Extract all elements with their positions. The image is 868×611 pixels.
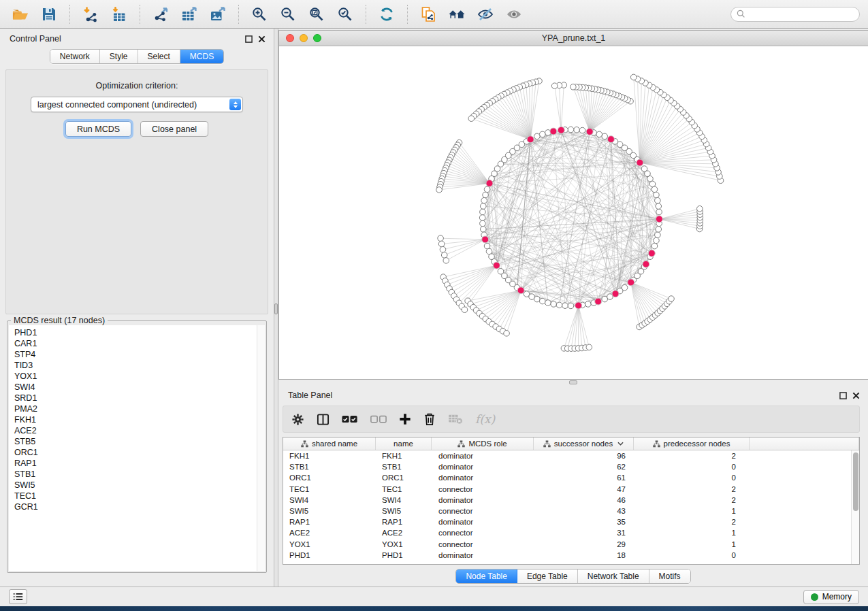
zoom-selected-button[interactable] — [333, 3, 357, 25]
result-item[interactable]: SRD1 — [9, 393, 265, 403]
result-item[interactable]: TID3 — [9, 360, 265, 371]
result-item[interactable]: PHD1 — [9, 325, 265, 338]
show-all-button[interactable] — [502, 3, 526, 25]
table-row[interactable]: FKH1FKH1dominator962 — [283, 450, 851, 461]
settings-button[interactable] — [291, 413, 304, 426]
run-mcds-button[interactable]: Run MCDS — [65, 121, 131, 137]
zoom-out-icon — [280, 6, 296, 22]
window-minimize-icon[interactable] — [300, 34, 308, 42]
table-row[interactable]: STB1STB1dominator620 — [283, 461, 851, 472]
delete-row-button[interactable] — [423, 412, 436, 426]
result-item[interactable]: STP4 — [9, 349, 265, 360]
result-item[interactable]: SWI5 — [9, 480, 265, 491]
columns-button[interactable] — [317, 413, 329, 426]
table-cell: 18 — [534, 551, 634, 559]
tab-network[interactable]: Network — [50, 50, 100, 63]
column-header-name[interactable]: name — [376, 437, 432, 450]
table-tab-edge-table[interactable]: Edge Table — [517, 569, 578, 583]
column-header-MCDS-role[interactable]: MCDS role — [432, 437, 534, 450]
memory-button[interactable]: Memory — [803, 590, 859, 604]
result-item[interactable]: ACE2 — [9, 425, 265, 436]
horizontal-splitter[interactable] — [278, 380, 868, 385]
close-panel-button[interactable]: Close panel — [140, 121, 208, 137]
table-scrollbar[interactable] — [851, 450, 859, 564]
show-panels-list-button[interactable] — [9, 589, 27, 604]
hide-selected-button[interactable] — [473, 3, 498, 25]
save-session-button[interactable] — [37, 3, 61, 25]
table-cell: dominator — [432, 496, 534, 504]
window-close-icon[interactable] — [286, 34, 294, 42]
table-toolbar: f(x) — [283, 406, 860, 433]
table-row[interactable]: SWI5SWI5connector431 — [283, 506, 851, 516]
result-item[interactable]: GCR1 — [9, 501, 265, 512]
tab-style[interactable]: Style — [100, 50, 138, 63]
deselect-all-icon — [370, 415, 387, 424]
table-row[interactable]: RAP1RAP1dominator352 — [283, 516, 851, 527]
result-item[interactable]: FKH1 — [9, 414, 265, 425]
table-row[interactable]: ORC1ORC1dominator610 — [283, 472, 851, 483]
column-header-shared-name[interactable]: shared name — [283, 437, 376, 450]
add-row-button[interactable] — [399, 413, 411, 425]
close-table-panel-icon[interactable] — [852, 392, 860, 399]
open-file-button[interactable] — [8, 3, 33, 25]
result-item[interactable]: PMA2 — [9, 403, 265, 414]
table-tab-network-table[interactable]: Network Table — [578, 569, 649, 583]
select-all-button[interactable] — [342, 415, 358, 424]
tab-mcds[interactable]: MCDS — [180, 50, 223, 63]
deselect-all-button[interactable] — [370, 415, 387, 424]
window-maximize-icon[interactable] — [313, 34, 321, 42]
search-input[interactable] — [749, 10, 854, 19]
export-image-button[interactable] — [206, 3, 230, 25]
tab-select[interactable]: Select — [138, 50, 180, 63]
result-item[interactable]: CAR1 — [9, 338, 265, 349]
refresh-layout-button[interactable] — [374, 3, 399, 25]
table-row[interactable]: PHD1PHD1dominator180 — [283, 550, 851, 561]
table-row[interactable]: ACE2ACE2connector311 — [283, 527, 851, 538]
zoom-in-button[interactable] — [247, 3, 272, 25]
export-network-button[interactable] — [148, 3, 173, 25]
search-box[interactable] — [730, 7, 860, 22]
toolbar-separator — [366, 5, 366, 24]
export-table-button[interactable] — [177, 3, 202, 25]
table-scrollbar-thumb[interactable] — [853, 452, 858, 511]
import-network-button[interactable] — [78, 3, 103, 25]
mcds-result-list[interactable]: PHD1CAR1STP4TID3YOX1SWI4SRD1PMA2FKH1ACE2… — [9, 325, 265, 571]
table-row[interactable]: SWI4SWI4dominator462 — [283, 495, 851, 506]
result-item[interactable]: STB5 — [9, 436, 265, 447]
float-panel-icon[interactable] — [245, 35, 253, 43]
delete-table-button[interactable] — [448, 414, 463, 425]
table-cell: STB1 — [376, 463, 432, 471]
table-cell: connector — [432, 540, 534, 548]
import-table-button[interactable] — [107, 3, 131, 25]
network-canvas[interactable] — [279, 46, 868, 379]
first-neighbors-button[interactable] — [445, 3, 469, 25]
table-tab-motifs[interactable]: Motifs — [649, 569, 690, 583]
result-item[interactable]: SWI4 — [9, 382, 265, 393]
zoom-fit-button[interactable] — [304, 3, 329, 25]
column-header-successor-nodes[interactable]: successor nodes — [534, 437, 634, 450]
delete-table-icon — [448, 414, 463, 425]
column-header-predecessor-nodes[interactable]: predecessor nodes — [634, 437, 750, 450]
clone-network-button[interactable] — [416, 3, 440, 25]
zoom-out-button[interactable] — [276, 3, 300, 25]
vertical-splitter-grip[interactable] — [274, 303, 278, 314]
result-item[interactable]: ORC1 — [9, 447, 265, 458]
mcds-list-scrollbar[interactable] — [257, 325, 265, 571]
result-item[interactable]: TEC1 — [9, 491, 265, 501]
table-cell: 0 — [634, 474, 741, 482]
criterion-selected-value: largest connected component (undirected) — [37, 100, 197, 110]
result-item[interactable]: RAP1 — [9, 458, 265, 469]
table-cell: 29 — [534, 540, 634, 548]
table-row[interactable]: YOX1YOX1connector291 — [283, 539, 851, 550]
vertical-splitter[interactable] — [274, 29, 278, 587]
table-tab-node-table[interactable]: Node Table — [456, 569, 517, 583]
criterion-select[interactable]: largest connected component (undirected) — [31, 97, 243, 112]
horizontal-splitter-grip[interactable] — [569, 380, 577, 384]
float-table-panel-icon[interactable] — [839, 392, 847, 399]
result-item[interactable]: STB1 — [9, 469, 265, 480]
table-cell: FKH1 — [283, 452, 376, 460]
table-row[interactable]: TEC1TEC1connector472 — [283, 484, 851, 495]
result-item[interactable]: YOX1 — [9, 371, 265, 382]
table-cell: PHD1 — [376, 551, 432, 559]
close-panel-icon[interactable] — [258, 35, 266, 43]
